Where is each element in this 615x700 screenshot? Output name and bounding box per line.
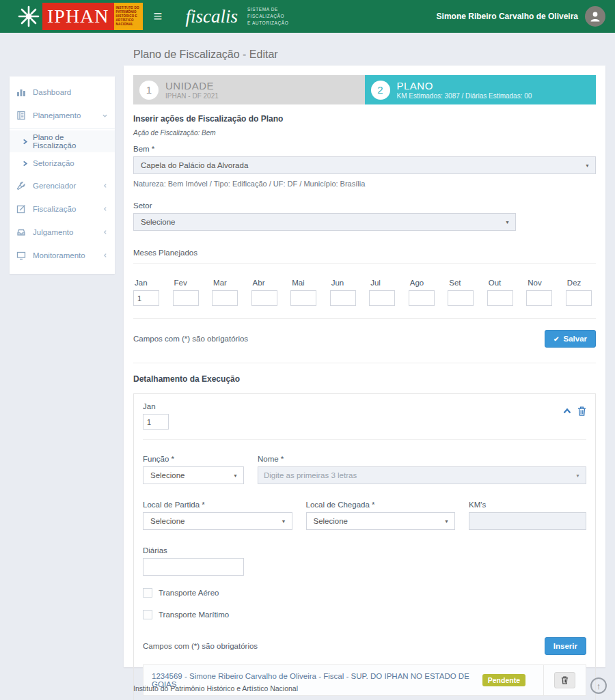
- chevron-left-icon: [102, 229, 108, 235]
- chegada-select[interactable]: Selecione ▼: [306, 512, 456, 530]
- transporte-maritimo-label: Transporte Marítimo: [159, 611, 229, 619]
- bar-chart-icon: [16, 87, 27, 97]
- sidebar-subitem-label: Setorização: [33, 159, 74, 167]
- sidebar-item-label: Gerenciador: [33, 182, 76, 190]
- sidebar-item-dashboard[interactable]: Dashboard: [10, 81, 115, 104]
- delete-fiscal-button[interactable]: [554, 672, 575, 688]
- sidebar-item-plano-de-fiscalizacao[interactable]: Plano de Fiscalização: [10, 130, 115, 152]
- step-subtitle: IPHAN - DF 2021: [165, 92, 219, 100]
- iphan-org-name: INSTITUTO DO PATRIMÔNIO HISTÓRICO E ARTÍ…: [114, 3, 143, 30]
- chegada-label: Local de Chegada *: [306, 501, 456, 509]
- sidebar-item-setorizacao[interactable]: Setorização: [10, 152, 115, 174]
- month-input-ago[interactable]: [409, 290, 435, 306]
- wizard-step-plano[interactable]: 2 PLANO KM Estimados: 3087 / Diárias Est…: [365, 75, 597, 104]
- checkbox-icon[interactable]: [143, 610, 152, 619]
- month-label: Jul: [369, 279, 399, 287]
- sidebar-item-julgamento[interactable]: Julgamento: [10, 221, 115, 244]
- month-label: Nov: [526, 279, 556, 287]
- save-plan-button[interactable]: ✔ Salvar: [545, 330, 596, 348]
- sidebar-item-label: Monitoramento: [33, 251, 85, 260]
- diarias-label: Diárias: [143, 546, 244, 555]
- collapse-panel-icon[interactable]: [562, 406, 572, 416]
- month-label: Mai: [290, 279, 320, 287]
- user-menu[interactable]: Simone Ribeiro Carvalho de Oliveira: [437, 6, 605, 27]
- dropdown-arrow-icon: ▼: [585, 163, 590, 168]
- sidebar-item-gerenciador[interactable]: Gerenciador: [10, 174, 115, 197]
- chegada-select-value: Selecione: [314, 517, 348, 525]
- bem-label: Bem *: [133, 145, 596, 153]
- month-input-jun[interactable]: [330, 290, 356, 306]
- system-name: SISTEMA DE FISCALIZAÇÃO E AUTORIZAÇÃO: [247, 6, 288, 27]
- month-input-set[interactable]: [448, 290, 474, 306]
- kms-label: KM's: [469, 501, 586, 509]
- iphan-logo: IPHAN INSTITUTO DO PATRIMÔNIO HISTÓRICO …: [15, 3, 143, 30]
- wizard-step-unidade[interactable]: 1 UNIDADE IPHAN - DF 2021: [133, 75, 365, 104]
- months-section-title: Meses Planejados: [133, 249, 596, 264]
- chevron-right-icon: [22, 160, 28, 167]
- month-input-mai[interactable]: [290, 290, 316, 306]
- nome-input[interactable]: [258, 466, 586, 484]
- diarias-input[interactable]: [143, 558, 244, 576]
- dropdown-arrow-icon: ▼: [282, 519, 286, 524]
- sidebar-item-label: Dashboard: [33, 88, 71, 96]
- iphan-emblem-icon: [15, 3, 42, 30]
- transporte-maritimo-checkbox[interactable]: Transporte Marítimo: [143, 610, 586, 619]
- action-type-note: Ação de Fiscalização: Bem: [133, 129, 596, 137]
- status-badge: Pendente: [482, 674, 525, 686]
- kms-input[interactable]: [469, 512, 586, 530]
- step-title: PLANO: [397, 80, 532, 92]
- required-fields-note: Campos com (*) são obrigatórios: [143, 642, 258, 650]
- month-input-out[interactable]: [487, 290, 513, 306]
- dropdown-arrow-icon: ▼: [444, 519, 449, 524]
- month-input-jul[interactable]: [369, 290, 395, 306]
- sidebar-item-fiscalizacao[interactable]: Fiscalização: [10, 197, 115, 221]
- dropdown-arrow-icon: ▼: [505, 220, 510, 225]
- required-fields-note: Campos com (*) são obrigatórios: [133, 335, 248, 343]
- sidebar-item-planejamento[interactable]: Planejamento: [10, 104, 115, 127]
- month-label: Set: [448, 279, 478, 287]
- exec-month-label: Jan: [143, 402, 169, 410]
- month-input-abr[interactable]: [251, 290, 277, 306]
- nome-label: Nome *: [258, 455, 586, 463]
- setor-select[interactable]: Selecione ▼: [133, 213, 516, 231]
- scroll-to-top-button[interactable]: ↑: [590, 677, 607, 694]
- sidebar-item-monitoramento[interactable]: Monitoramento: [10, 244, 115, 267]
- divider: [133, 363, 596, 363]
- sidebar-item-label: Fiscalização: [33, 205, 76, 213]
- transporte-aereo-label: Transporte Aéreo: [159, 589, 219, 597]
- exec-month-input[interactable]: [143, 414, 169, 430]
- month-input-fev[interactable]: [173, 290, 199, 306]
- month-input-mar[interactable]: [212, 290, 238, 306]
- month-label: Jan: [133, 279, 163, 287]
- insert-button[interactable]: Inserir: [545, 637, 586, 655]
- checkbox-icon[interactable]: [143, 588, 152, 598]
- book-icon: [16, 111, 27, 120]
- bem-help-text: Natureza: Bem Imóvel / Tipo: Edificação …: [133, 180, 596, 188]
- org-line: NACIONAL: [116, 23, 141, 27]
- execution-section-title: Detalhamento da Execução: [133, 374, 596, 384]
- funcao-select-value: Selecione: [150, 471, 185, 479]
- wrench-icon: [16, 181, 27, 191]
- month-label: Dez: [566, 279, 596, 287]
- bem-select[interactable]: Capela do Palácio da Alvorada ▼: [133, 156, 596, 174]
- transporte-aereo-checkbox[interactable]: Transporte Aéreo: [143, 588, 586, 598]
- dropdown-arrow-icon: ▼: [233, 473, 238, 478]
- month-input-nov[interactable]: [526, 290, 552, 306]
- delete-panel-icon[interactable]: [577, 406, 586, 416]
- menu-toggle-icon[interactable]: ≡: [154, 9, 163, 24]
- wizard-steps: 1 UNIDADE IPHAN - DF 2021 2 PLANO KM Est…: [133, 75, 596, 104]
- partida-select[interactable]: Selecione ▼: [143, 512, 292, 530]
- user-avatar-icon[interactable]: [585, 6, 605, 27]
- month-label: Mar: [212, 279, 242, 287]
- iphan-logo-text: IPHAN: [42, 3, 114, 30]
- step-title: UNIDADE: [165, 80, 219, 92]
- partida-select-value: Selecione: [150, 517, 185, 525]
- inbox-icon: [16, 227, 27, 237]
- user-name: Simone Ribeiro Carvalho de Oliveira: [437, 12, 578, 21]
- sidebar-item-label: Planejamento: [33, 111, 81, 120]
- month-input-jan[interactable]: [133, 290, 159, 306]
- months-row: Jan Fev Mar Abr Mai Jun Jul Ago Set Out …: [133, 279, 596, 306]
- month-input-dez[interactable]: [566, 290, 592, 306]
- setor-select-value: Selecione: [141, 218, 176, 226]
- funcao-select[interactable]: Selecione ▼: [143, 466, 244, 484]
